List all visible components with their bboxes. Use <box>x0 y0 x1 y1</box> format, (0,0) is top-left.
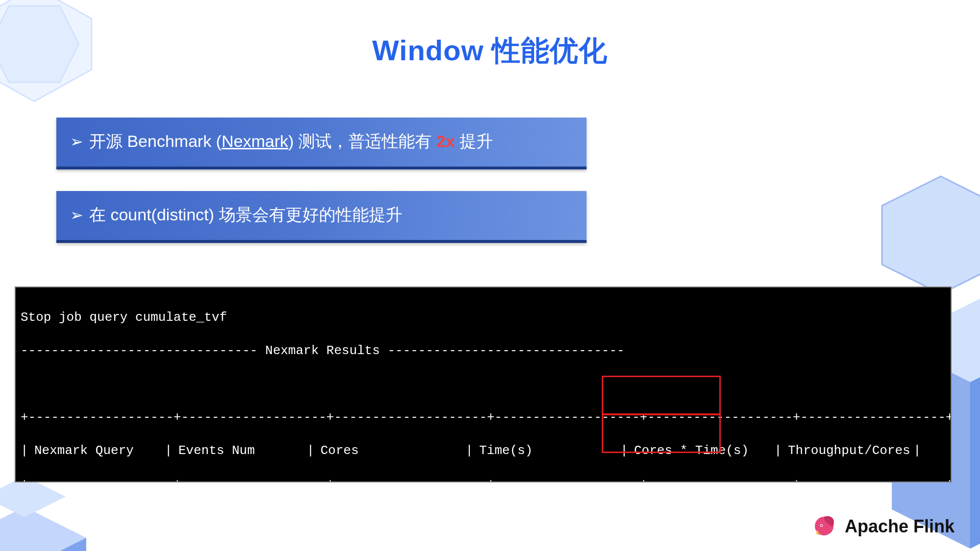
terminal-sep: +-------------------+-------------------… <box>21 476 942 482</box>
svg-marker-4 <box>24 538 86 551</box>
apache-flink-label: Apache Flink <box>845 516 955 537</box>
terminal-header-row: |Nexmark Query|Events Num|Cores|Time(s)|… <box>21 442 942 459</box>
svg-marker-6 <box>882 176 980 294</box>
highlight-box-1 <box>602 376 721 415</box>
nexmark-link[interactable]: Nexmark <box>221 132 288 150</box>
bullet-2-text: 在 count(distinct) 场景会有更好的性能提升 <box>89 204 402 226</box>
svg-marker-9 <box>970 333 980 549</box>
terminal-banner: ------------------------------- Nexmark … <box>21 342 942 359</box>
svg-marker-2 <box>0 507 86 551</box>
chevron-right-icon: ➢ <box>70 207 83 223</box>
page-title: Window 性能优化 <box>0 32 980 70</box>
terminal-output: Stop job query cumulate_tvf ------------… <box>15 287 952 482</box>
chevron-right-icon: ➢ <box>70 134 83 149</box>
highlight-box-2 <box>602 413 721 453</box>
flink-squirrel-icon <box>810 512 838 541</box>
terminal-stop-line: Stop job query cumulate_tvf <box>21 309 942 326</box>
bullet-1: ➢ 开源 Benchmark (Nexmark) 测试，普适性能有 2x 提升 <box>56 118 587 169</box>
bullet-1-text: 开源 Benchmark (Nexmark) 测试，普适性能有 2x 提升 <box>89 130 493 153</box>
svg-point-13 <box>821 525 822 527</box>
svg-marker-3 <box>0 538 24 551</box>
terminal-sep: +-------------------+-------------------… <box>21 409 942 426</box>
apache-flink-logo: Apache Flink <box>810 512 955 541</box>
bullet-2: ➢ 在 count(distinct) 场景会有更好的性能提升 <box>56 191 587 243</box>
